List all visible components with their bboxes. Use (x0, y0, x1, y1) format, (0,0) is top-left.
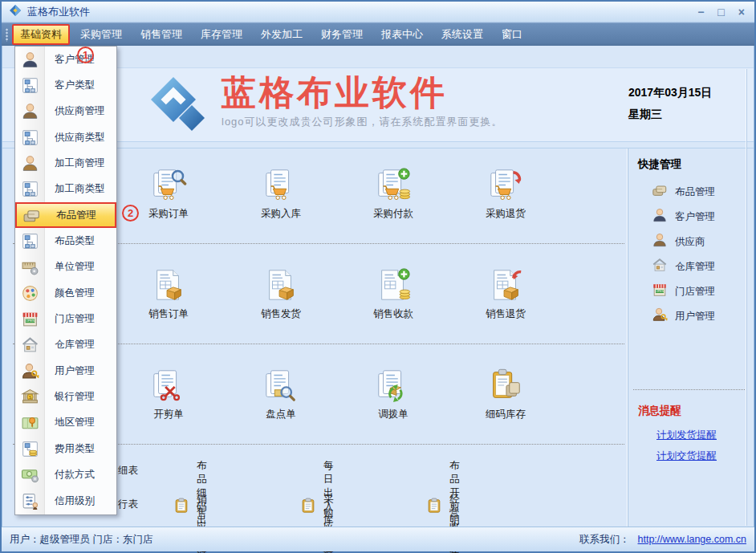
contact-label: 联系我们： (579, 533, 630, 547)
launch-item[interactable]: 销售发货 (225, 265, 337, 321)
menu-item[interactable]: 外发加工 (253, 24, 311, 45)
user-icon (652, 307, 668, 326)
svg-text:OPEN: OPEN (656, 290, 664, 293)
report-link-partial[interactable]: 细表 (118, 464, 138, 478)
dropdown-menu-item[interactable]: 客户管理 (15, 47, 116, 72)
dropdown-menu-item[interactable]: 地区管理 (15, 410, 116, 436)
launch-item[interactable]: 盘点单 (225, 365, 337, 421)
menu-item[interactable]: 基础资料 (12, 24, 70, 45)
launch-item[interactable]: 细码库存 (449, 365, 562, 421)
dropdown-menu-item[interactable]: 加工商管理 (15, 150, 116, 176)
store-icon: OPEN (652, 282, 668, 301)
transfer-icon (375, 365, 412, 404)
toolbar-grip-icon (6, 28, 8, 42)
purchase-pay-icon (375, 165, 412, 203)
window-controls: − □ × (697, 2, 745, 22)
maximize-button[interactable]: □ (717, 6, 724, 18)
dropdown-menu-item[interactable]: OPEN 门店管理 (15, 306, 116, 331)
launch-item[interactable]: 采购入库 (225, 165, 337, 221)
website-link[interactable]: http://www.lange.com.cn (638, 534, 746, 545)
dropdown-menu-item[interactable]: 费用类型 (15, 436, 116, 462)
dropdown-menu-item[interactable]: 信用级别 (15, 488, 116, 514)
launch-item[interactable]: 销售收款 (337, 265, 449, 321)
minimize-button[interactable]: − (697, 6, 704, 18)
payment-icon (15, 466, 45, 484)
dropdown-menu-item[interactable]: 布品类型 (15, 228, 116, 254)
status-bar: 用户：超级管理员 门店：东门店 联系我们： http://www.lange.c… (2, 527, 754, 551)
warehouse-icon (15, 335, 45, 354)
sidebar-separator (633, 389, 745, 390)
quick-manage-title: 快捷管理 (638, 157, 681, 172)
bank-icon: $ (15, 388, 45, 406)
customer-type-icon (15, 76, 45, 95)
app-window: 蓝格布业软件 − □ × 基础资料采购管理销售管理库存管理外发加工财务管理报表中… (0, 0, 756, 553)
supplier-icon (652, 232, 668, 251)
dropdown-menu-item[interactable]: 供应商管理 (15, 99, 116, 124)
color-icon (15, 284, 45, 303)
dropdown-menu-item[interactable]: 用户管理 (15, 358, 116, 384)
dropdown-menu-item[interactable]: $ 银行管理 (15, 384, 116, 409)
right-edge-divider (746, 69, 747, 526)
quick-link[interactable]: 用户管理 (652, 307, 715, 326)
message-link[interactable]: 计划发货提醒 (656, 429, 717, 442)
message-link[interactable]: 计划交货提醒 (656, 449, 717, 463)
roll-stock-icon (487, 365, 524, 404)
menu-item[interactable]: 采购管理 (72, 24, 130, 45)
quick-link[interactable]: 客户管理 (652, 207, 715, 226)
brand-block: 蓝格布业软件 logo可以更改成贵公司形象图，请在系统配置界面更换。 (149, 74, 503, 138)
launch-item[interactable]: 销售订单 (112, 265, 225, 321)
sales-ship-icon (262, 265, 299, 303)
credit-icon (15, 492, 45, 510)
menu-item[interactable]: 窗口 (494, 24, 530, 45)
purchase-return-icon (487, 165, 524, 203)
status-user-info: 用户：超级管理员 门店：东门店 (10, 533, 152, 547)
purchase-order-icon (150, 165, 187, 203)
dropdown-menu-item[interactable]: 单位管理 (15, 254, 116, 280)
quick-link[interactable]: 布品管理 (652, 182, 715, 201)
supplier-type-icon (15, 128, 45, 147)
stocktake-icon (262, 365, 299, 404)
sales-receive-icon (375, 265, 412, 303)
store-icon: OPEN (15, 310, 45, 328)
report-link-partial[interactable]: 行表 (118, 498, 138, 511)
current-date: 2017年03月15日 (628, 82, 741, 104)
quick-link[interactable]: 仓库管理 (652, 257, 715, 276)
expense-type-icon (15, 440, 45, 458)
quick-link[interactable]: OPEN 门店管理 (652, 282, 715, 301)
menu-item[interactable]: 系统设置 (433, 24, 491, 45)
processor-type-icon (15, 180, 45, 198)
brand-title: 蓝格布业软件 (222, 74, 503, 112)
dropdown-item-list: 客户管理 客户类型 供应商管理 供应商类型 加工商管理 加工商类型 (15, 47, 116, 514)
annotation-step-2: 2 (122, 205, 139, 222)
menu-item[interactable]: 销售管理 (132, 24, 190, 45)
date-block: 2017年03月15日 星期三 (628, 82, 741, 124)
annotation-step-1: 1 (77, 47, 94, 63)
launch-item[interactable]: 采购付款 (337, 165, 449, 221)
fabric-type-icon (15, 232, 45, 250)
launch-item[interactable]: 销售退货 (449, 265, 562, 321)
menu-bar: 基础资料采购管理销售管理库存管理外发加工财务管理报表中心系统设置窗口 (2, 22, 754, 46)
menu-item[interactable]: 库存管理 (193, 24, 250, 45)
app-logo-icon (9, 4, 22, 20)
launch-item[interactable]: 调拨单 (337, 365, 449, 421)
close-button[interactable]: × (738, 6, 745, 18)
quick-link[interactable]: 供应商 (652, 232, 715, 251)
customer-icon (15, 51, 45, 69)
svg-text:OPEN: OPEN (26, 319, 35, 323)
dropdown-menu-item[interactable]: 颜色管理 (15, 280, 116, 306)
launch-item[interactable]: 采购退货 (449, 165, 562, 221)
dropdown-menu-item[interactable]: 加工商类型 (15, 177, 116, 202)
supplier-icon (15, 102, 45, 120)
dropdown-menu-item[interactable]: 客户类型 (15, 72, 116, 98)
dropdown-menu-item[interactable]: 付款方式 (15, 462, 116, 488)
processor-icon (15, 154, 45, 173)
launch-item[interactable]: 开剪单 (112, 365, 225, 421)
dropdown-menu-item[interactable]: 布品管理 (15, 202, 116, 228)
customer-icon (652, 207, 668, 226)
title-bar: 蓝格布业软件 − □ × (2, 2, 754, 22)
dropdown-menu-item[interactable]: 仓库管理 (15, 332, 116, 358)
menu-item[interactable]: 财务管理 (313, 24, 371, 45)
dropdown-menu-item[interactable]: 供应商类型 (15, 124, 116, 150)
menu-item[interactable]: 报表中心 (373, 24, 431, 45)
inventory-row: 开剪单 盘点单 调拨单 细码库存 (112, 365, 626, 421)
